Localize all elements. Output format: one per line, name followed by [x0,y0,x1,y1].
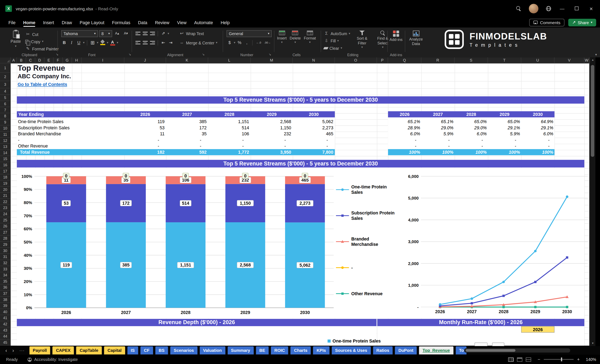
paste-button[interactable]: Paste [9,30,22,51]
row-header-8[interactable]: 8 [0,113,11,119]
column-header-Q[interactable]: Q [388,57,421,63]
cell[interactable]: - [166,143,208,149]
cell[interactable]: 7,800 [293,149,335,155]
line-chart[interactable]: 6,0005,0004,0003,0002,0001,000-202620272… [398,170,589,317]
sheet-tab-is[interactable]: IS [127,346,138,355]
dialog-launcher-icon[interactable] [129,53,131,56]
sheet-tab-valuation[interactable]: Valuation [199,346,225,355]
cell[interactable]: 5.9% [488,131,521,137]
row-header-19[interactable]: 19 [0,181,11,187]
runrate-year-cell[interactable]: 2026 [521,326,554,333]
sheet-tab-bs[interactable]: BS [155,346,168,355]
column-header-S[interactable]: S [455,57,488,63]
cell[interactable]: Year Ending [17,111,124,118]
select-all-corner[interactable] [0,57,11,63]
delete-cells-button[interactable]: Delete [290,30,301,44]
row-header-35[interactable]: 35 [0,278,11,284]
cell[interactable]: 2029 [488,111,521,118]
format-cells-button[interactable]: Format [304,30,316,44]
cell[interactable]: Other Revenue [17,143,124,149]
cell[interactable]: 2030 [521,111,554,118]
align-center-button[interactable] [142,40,148,46]
sheet-tab-top_revenue[interactable]: Top_Revenue [419,346,453,355]
cell[interactable]: 29.0% [421,125,455,131]
row-header-28[interactable]: 28 [0,236,11,242]
zoom-slider[interactable] [544,359,573,360]
cell[interactable]: Subscription Protein Sales [17,125,124,131]
cell[interactable]: 28.9% [388,125,421,131]
cell[interactable]: 6.0% [521,131,554,137]
sheet-tab-capital[interactable]: Capital [104,346,125,355]
row-header-15[interactable]: 15 [0,156,11,162]
cell[interactable]: 5.9% [421,131,455,137]
sheet-tab-scenarios[interactable]: Scenarios [170,346,197,355]
column-header-T[interactable]: T [488,57,521,63]
row-header-45[interactable]: 45 [0,340,11,346]
column-header-M[interactable]: M [251,57,293,63]
cell[interactable]: - [521,143,554,149]
sheet-tab-payroll[interactable]: Payroll [29,346,50,355]
copy-button[interactable]: Copy [25,39,59,45]
row-header-40[interactable]: 40 [0,309,11,315]
cell[interactable]: 6.0% [388,131,421,137]
sheet-tab-be[interactable]: BE [256,346,269,355]
analyze-data-button[interactable]: Analyze Data [407,30,425,46]
clear-button[interactable]: Clear [324,45,350,51]
cell[interactable]: - [488,143,521,149]
cell[interactable]: - [251,143,293,149]
cell[interactable]: 100% [421,149,455,155]
menu-draw[interactable]: Draw [58,17,76,27]
cell[interactable]: 182 [124,149,166,155]
fill-button[interactable]: Fill [324,38,350,44]
cell[interactable]: 119 [124,118,166,125]
row-header-23[interactable]: 23 [0,205,11,211]
cell[interactable]: 100% [388,149,421,155]
row-header-41[interactable]: 41 [0,315,11,321]
column-header-V[interactable]: V [554,57,584,63]
cell[interactable]: 29.1% [488,125,521,131]
cell[interactable]: 100% [488,149,521,155]
zoom-slider-thumb[interactable] [561,357,562,361]
cell[interactable]: 29.1% [521,125,554,131]
row-header-31[interactable]: 31 [0,254,11,260]
cell[interactable]: - [388,137,421,143]
sheet-tab-charts[interactable]: Charts [291,346,311,355]
cell[interactable]: 64.9% [521,118,554,125]
decrease-decimal-button[interactable] [255,40,262,46]
row-header-18[interactable]: 18 [0,174,11,181]
cell[interactable]: 2027 [421,111,455,118]
comma-format-button[interactable] [244,40,250,46]
cell[interactable]: 65.1% [388,118,421,125]
web-icon[interactable] [546,6,551,11]
column-header-I[interactable]: I [82,57,124,63]
company-name[interactable]: ABC Company Inc. [18,73,71,80]
row-header-38[interactable]: 38 [0,297,11,303]
row-header-25[interactable]: 25 [0,217,11,223]
maximize-button[interactable] [573,6,580,11]
cell[interactable]: 2028 [455,111,488,118]
row-header-7[interactable]: 7 [0,107,11,113]
number-format-select[interactable]: General [227,30,272,37]
row-header-21[interactable]: 21 [0,193,11,199]
cell[interactable]: - [166,137,208,143]
row-header-6[interactable]: 6 [0,101,11,107]
menu-file[interactable]: File [5,17,19,27]
cell[interactable]: Branded Merchandise [17,131,124,137]
menu-formulas[interactable]: Formulas [108,17,134,27]
font-name-select[interactable]: Tahoma [61,30,98,37]
wrap-text-button[interactable]: Wrap Text [179,31,204,36]
column-header-E[interactable]: E [45,57,54,63]
row-header-22[interactable]: 22 [0,199,11,205]
dialog-launcher-icon[interactable] [202,53,205,56]
cell[interactable]: 3,950 [251,149,293,155]
cut-button[interactable]: Cut [25,31,59,37]
accounting-format-button[interactable] [227,40,233,46]
decrease-indent-button[interactable] [160,40,167,46]
sheet-tab-summary[interactable]: Summary [227,346,253,355]
align-right-button[interactable] [149,40,156,46]
column-header-B[interactable]: B [17,57,26,63]
row-header-42[interactable]: 42 [0,321,11,328]
menu-home[interactable]: Home [19,17,39,27]
row-header-14[interactable]: 14 [0,150,11,156]
dialog-launcher-icon[interactable] [56,53,58,56]
